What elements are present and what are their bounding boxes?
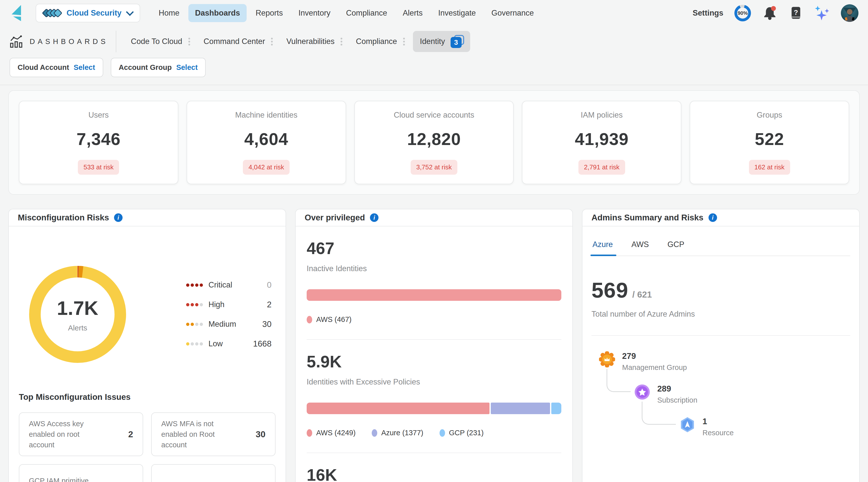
excessive-policies-bar[interactable] [307, 402, 561, 414]
tab-gcp[interactable]: GCP [666, 240, 685, 255]
management-group-medal-icon [599, 351, 615, 367]
kebab-menu-icon[interactable] [268, 38, 279, 46]
usage-progress-ring[interactable]: 90% [734, 5, 751, 21]
stat-card-groups[interactable]: Groups 522 162 at risk [690, 101, 849, 184]
stat-value: 4,604 [244, 129, 288, 149]
nav-investigate[interactable]: Investigate [432, 4, 483, 22]
filters-bar: Cloud Account Select Account Group Selec… [0, 54, 868, 85]
cloud-provider-tabs: Azure AWS GCP [591, 240, 850, 256]
ai-sparkles-icon[interactable] [814, 5, 830, 21]
usage-percent-label: 90% [737, 7, 748, 19]
info-icon[interactable]: i [709, 213, 717, 222]
legend-dot-aws [307, 316, 312, 324]
donut-center-value: 1.7K [57, 297, 98, 320]
at-risk-badge[interactable]: 4,042 at risk [243, 160, 289, 175]
alerts-donut-chart: 1.7K Alerts Critical 0 High 2 Medium [9, 227, 285, 367]
stat-title: Machine identities [235, 111, 298, 120]
nav-reports[interactable]: Reports [249, 4, 289, 22]
legend-row-critical[interactable]: Critical 0 [186, 280, 272, 290]
help-book-icon[interactable]: ? [788, 5, 803, 21]
info-icon[interactable]: i [114, 213, 123, 222]
misconfiguration-risks-panel: Misconfiguration Risks i 1.7K Alerts Cri… [8, 209, 286, 482]
identity-stats-container: Users 7,346 533 at risk Machine identiti… [8, 90, 860, 195]
third-metric-section: 16K [307, 453, 561, 482]
nav-governance[interactable]: Governance [485, 4, 540, 22]
severity-dots-icon [186, 342, 203, 345]
bar-legend: AWS (4249) Azure (1377) GCP (231) [307, 429, 561, 437]
panel-title: Admins Summary and Risks [591, 213, 704, 222]
legend-dot-azure [372, 429, 377, 437]
stat-card-users[interactable]: Users 7,346 533 at risk [19, 101, 178, 184]
dashboards-chart-icon [9, 35, 23, 48]
kebab-menu-icon[interactable] [185, 38, 197, 46]
azure-admins-total: / 621 [632, 290, 652, 300]
dashboard-tab-identity[interactable]: Identity 3 [413, 31, 470, 52]
kebab-menu-icon[interactable] [400, 38, 411, 46]
tab-azure[interactable]: Azure [591, 240, 614, 255]
legend-row-high[interactable]: High 2 [186, 300, 272, 309]
dashboard-tab-code-to-cloud[interactable]: Code To Cloud [124, 32, 185, 51]
legend-dot-aws [307, 429, 312, 437]
stat-card-iam-policies[interactable]: IAM policies 41,939 2,791 at risk [522, 101, 681, 184]
account-group-filter[interactable]: Account Group Select [111, 58, 206, 77]
cloud-account-select-link[interactable]: Select [73, 63, 95, 71]
nav-home[interactable]: Home [152, 4, 186, 22]
legend-row-low[interactable]: Low 1668 [186, 339, 272, 349]
tree-connector [642, 401, 676, 425]
nav-compliance[interactable]: Compliance [340, 4, 394, 22]
stat-value: 12,820 [407, 129, 461, 149]
legend-row-medium[interactable]: Medium 30 [186, 320, 272, 329]
product-switcher[interactable]: Cloud Security [36, 4, 140, 22]
stat-title: IAM policies [581, 111, 623, 120]
divider [591, 335, 850, 336]
panel-title: Over privileged [305, 213, 365, 222]
chevron-down-icon [126, 8, 134, 16]
resource-hexagon-icon [679, 417, 695, 433]
notifications-bell-icon[interactable] [762, 5, 778, 21]
issue-card[interactable]: AWS MFA is not enabled on Root account 3… [151, 412, 276, 456]
at-risk-badge[interactable]: 3,752 at risk [411, 160, 457, 175]
dashboards-label: DASHBOARDS [30, 37, 108, 46]
top-nav: Cloud Security Home Dashboards Reports I… [0, 0, 868, 26]
nav-alerts[interactable]: Alerts [396, 4, 429, 22]
inactive-identities-label: Inactive Identities [307, 264, 561, 273]
at-risk-badge[interactable]: 162 at risk [749, 160, 790, 175]
stat-value: 7,346 [76, 129, 121, 149]
issue-card[interactable]: GCP IAM primitive roles 733 [19, 464, 143, 482]
stat-value: 522 [755, 129, 784, 149]
cloud-account-filter[interactable]: Cloud Account Select [9, 58, 103, 77]
at-risk-badge[interactable]: 2,791 at risk [579, 160, 625, 175]
nav-inventory[interactable]: Inventory [292, 4, 337, 22]
account-group-select-link[interactable]: Select [176, 63, 198, 71]
tree-node-subscription: 289 Subscription [634, 384, 698, 404]
stat-card-cloud-service-accounts[interactable]: Cloud service accounts 12,820 3,752 at r… [354, 101, 514, 184]
azure-scope-tree: 279 Management Group 289 Subscription [591, 348, 850, 482]
tree-node-management-group: 279 Management Group [599, 351, 687, 372]
dashboard-tab-vulnerabilities[interactable]: Vulnerabilities [279, 32, 337, 51]
issue-card[interactable]: GCP User managed 424 [151, 464, 276, 482]
issues-grid: AWS Access key enabled on root account 2… [19, 412, 276, 482]
settings-button[interactable]: Settings [693, 8, 723, 18]
at-risk-badge[interactable]: 533 at risk [78, 160, 119, 175]
top-misconfiguration-issues-title: Top Misconfiguration Issues [19, 392, 276, 402]
tab-aws[interactable]: AWS [630, 240, 650, 255]
info-icon[interactable]: i [370, 213, 378, 222]
dashboard-tab-command-center[interactable]: Command Center [197, 32, 268, 51]
admins-summary-panel: Admins Summary and Risks i Azure AWS GCP… [582, 209, 860, 482]
nav-dashboards[interactable]: Dashboards [188, 4, 246, 22]
dashboard-tab-compliance[interactable]: Compliance [349, 32, 400, 51]
vertical-divider [116, 31, 116, 52]
panel-title: Misconfiguration Risks [18, 213, 109, 222]
main-nav: Home Dashboards Reports Inventory Compli… [152, 4, 540, 22]
stat-card-machine-identities[interactable]: Machine identities 4,604 4,042 at risk [187, 101, 346, 184]
donut-center-label: Alerts [68, 324, 87, 332]
kebab-menu-icon[interactable] [337, 38, 349, 46]
tree-node-resource: 1 Resource [679, 417, 734, 437]
severity-legend: Critical 0 High 2 Medium 30 Low 1668 [186, 280, 272, 349]
dashboards-bar: DASHBOARDS Code To Cloud Command Center … [0, 26, 868, 54]
brand-logo-icon[interactable] [9, 4, 24, 22]
inactive-identities-bar[interactable] [307, 289, 561, 301]
issue-card[interactable]: AWS Access key enabled on root account 2 [19, 412, 143, 456]
user-avatar[interactable] [841, 4, 859, 22]
top-right-cluster: Settings 90% ? [693, 4, 859, 22]
